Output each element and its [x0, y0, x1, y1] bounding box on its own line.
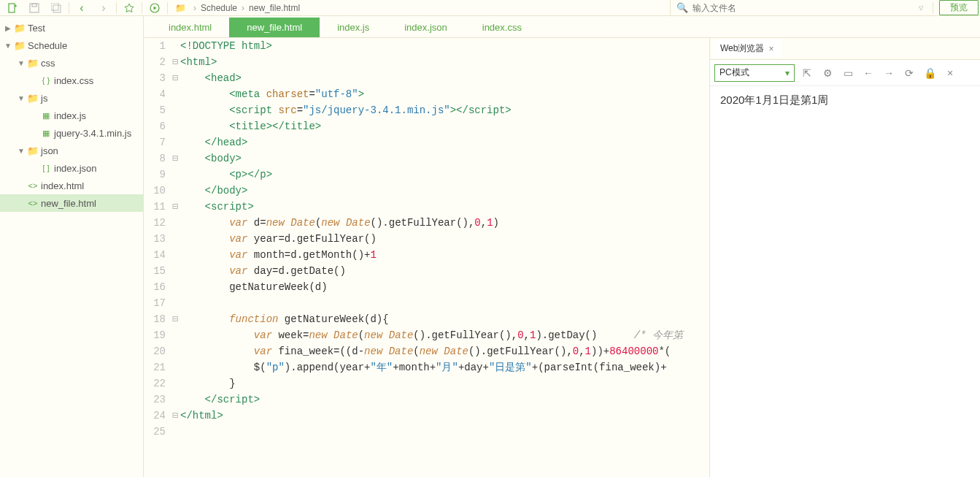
browser-tab[interactable]: Web浏览器 ×	[713, 39, 781, 58]
file-icon: ▦	[39, 111, 53, 121]
tree-label: css	[41, 58, 55, 69]
code-line[interactable]: }	[180, 375, 709, 392]
tab-index-css[interactable]: index.css	[465, 18, 539, 37]
file-icon: [ ]	[39, 164, 53, 172]
code-line[interactable]: <script>	[180, 199, 709, 215]
filter-icon[interactable]: ▿	[919, 2, 924, 13]
chevron-icon[interactable]: ▼	[16, 94, 26, 102]
search-box: 🔍 ▿ 预览	[670, 0, 979, 15]
code-line[interactable]: <body>	[180, 150, 709, 167]
preview-button[interactable]: 预览	[939, 0, 979, 15]
run-icon[interactable]	[144, 1, 166, 15]
output-text: 2020年1月1日是第1周	[720, 94, 828, 106]
close-icon[interactable]: ×	[768, 44, 773, 54]
star-icon[interactable]	[118, 1, 140, 15]
file-tree: ▶📁Test▼📁Schedule▼📁css{ }index.css▼📁js▦in…	[0, 16, 144, 477]
chevron-icon[interactable]: ▶	[3, 24, 13, 32]
code-line[interactable]: var d=new Date(new Date().getFullYear(),…	[180, 215, 709, 231]
code-line[interactable]: getNatureWeek(d)	[180, 279, 709, 295]
svg-rect-4	[53, 5, 61, 12]
code-line[interactable]	[180, 424, 709, 440]
gear-icon[interactable]: ⚙	[819, 65, 836, 81]
tree-label: jquery-3.4.1.min.js	[54, 128, 131, 139]
tree-item-new_file-html[interactable]: <>new_file.html	[0, 194, 143, 212]
svg-rect-1	[30, 4, 39, 12]
open-external-icon[interactable]: ⇱	[799, 65, 815, 81]
code-line[interactable]: </body>	[180, 183, 709, 199]
nav-forward-icon[interactable]: →	[881, 65, 897, 81]
refresh-icon[interactable]: ⟳	[901, 65, 917, 81]
back-icon[interactable]: ‹	[71, 1, 93, 15]
browser-output: 2020年1月1日是第1周	[710, 86, 980, 477]
mode-select[interactable]: PC模式 ▾	[714, 64, 795, 82]
forward-icon[interactable]: ›	[93, 1, 115, 15]
new-file-icon[interactable]	[1, 1, 23, 15]
tree-label: index.json	[54, 163, 97, 174]
tab-index-json[interactable]: index.json	[387, 18, 465, 37]
tree-item-Schedule[interactable]: ▼📁Schedule	[0, 37, 143, 54]
chevron-icon[interactable]: ▼	[3, 42, 13, 50]
tree-label: Test	[28, 23, 45, 34]
mode-label: PC模式	[719, 66, 749, 79]
svg-rect-0	[9, 4, 15, 12]
nav-back-icon[interactable]: ←	[860, 65, 876, 81]
code-line[interactable]: <html>	[180, 54, 709, 70]
tab-index-js[interactable]: index.js	[320, 18, 387, 37]
tree-label: js	[41, 93, 47, 104]
code-line[interactable]: var year=d.getFullYear()	[180, 231, 709, 247]
tab-new_file-html[interactable]: new_file.html	[229, 18, 320, 37]
device-icon[interactable]: ▭	[840, 65, 856, 81]
save-all-icon[interactable]	[45, 1, 67, 15]
tree-item-index-html[interactable]: <>index.html	[0, 177, 143, 194]
file-icon: ▦	[39, 129, 53, 138]
tree-item-js[interactable]: ▼📁js	[0, 89, 143, 107]
editor-tabs: index.htmlnew_file.htmlindex.jsindex.jso…	[144, 16, 980, 38]
code-line[interactable]: <title></title>	[180, 118, 709, 134]
main-toolbar: ‹ › 📁 › Schedule › new_file.html 🔍 ▿ 预览	[0, 0, 980, 16]
code-line[interactable]: var week=new Date(new Date().getFullYear…	[180, 327, 709, 343]
file-icon: { }	[39, 76, 53, 85]
lock-icon[interactable]: 🔒	[922, 65, 938, 81]
code-line[interactable]: <meta charset="utf-8">	[180, 86, 709, 102]
code-line[interactable]: $("p").append(year+"年"+month+"月"+day+"日是…	[180, 359, 709, 375]
code-line[interactable]: var fina_week=((d-new Date(new Date().ge…	[180, 343, 709, 359]
close-panel-icon[interactable]: ×	[942, 65, 958, 81]
tree-label: index.js	[54, 110, 86, 121]
tree-item-json[interactable]: ▼📁json	[0, 142, 143, 159]
code-line[interactable]: <p></p>	[180, 167, 709, 183]
tree-item-css[interactable]: ▼📁css	[0, 54, 143, 72]
code-line[interactable]: <head>	[180, 70, 709, 86]
browser-tab-label: Web浏览器	[720, 42, 764, 55]
search-input[interactable]	[692, 3, 911, 13]
chevron-icon[interactable]: ▼	[16, 147, 26, 155]
tree-item-index-json[interactable]: [ ]index.json	[0, 159, 143, 177]
code-line[interactable]: </script>	[180, 392, 709, 408]
file-icon: <>	[26, 199, 39, 207]
code-line[interactable]: function getNatureWeek(d){	[180, 311, 709, 327]
code-line[interactable]	[180, 295, 709, 311]
save-icon[interactable]	[23, 1, 45, 15]
file-icon: 📁	[13, 23, 26, 34]
file-icon: 📁	[26, 58, 39, 69]
code-line[interactable]: </head>	[180, 134, 709, 150]
chevron-icon[interactable]: ▼	[16, 59, 26, 67]
tree-item-jquery-3-4-1-min-js[interactable]: ▦jquery-3.4.1.min.js	[0, 124, 143, 142]
tree-item-index-js[interactable]: ▦index.js	[0, 107, 143, 124]
search-icon: 🔍	[676, 2, 688, 13]
breadcrumb-folder[interactable]: Schedule	[201, 3, 237, 13]
code-line[interactable]: var month=d.getMonth()+1	[180, 247, 709, 263]
code-editor[interactable]: 1234567891011121314151617181920212223242…	[144, 38, 710, 477]
code-line[interactable]: </html>	[180, 408, 709, 424]
svg-rect-3	[51, 3, 58, 10]
file-icon: 📁	[13, 40, 26, 51]
code-line[interactable]: <!DOCTYPE html>	[180, 38, 709, 54]
code-line[interactable]: <script src="js/jquery-3.4.1.min.js"></s…	[180, 102, 709, 118]
tree-label: index.css	[54, 75, 93, 86]
tree-item-Test[interactable]: ▶📁Test	[0, 19, 143, 37]
chevron-down-icon: ▾	[785, 68, 790, 78]
breadcrumb-file[interactable]: new_file.html	[249, 3, 300, 13]
code-line[interactable]: var day=d.getDate()	[180, 263, 709, 279]
tab-index-html[interactable]: index.html	[151, 18, 229, 37]
tree-item-index-css[interactable]: { }index.css	[0, 72, 143, 89]
tree-label: index.html	[41, 180, 84, 191]
